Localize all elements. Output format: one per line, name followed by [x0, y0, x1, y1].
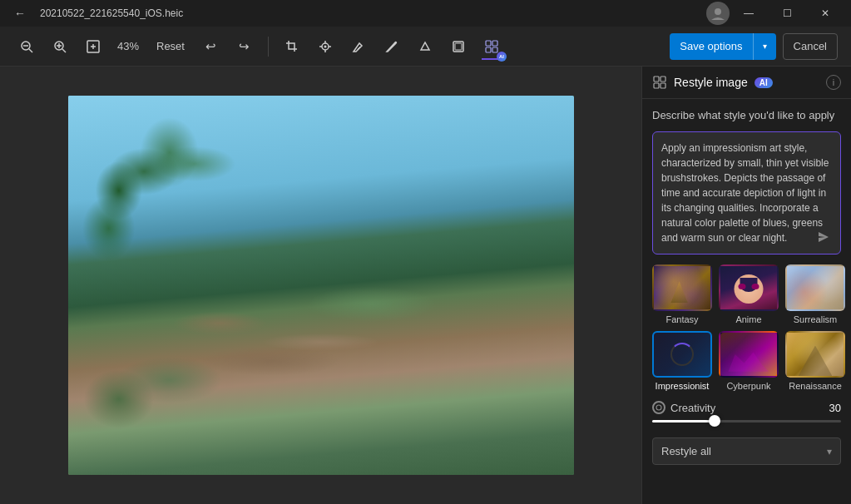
- style-grid: Fantasy Anime: [652, 264, 841, 391]
- svg-line-2: [29, 49, 32, 52]
- save-options-button[interactable]: Save options ▾: [670, 33, 775, 60]
- style-item-surrealism[interactable]: Surrealism: [785, 264, 845, 324]
- style-item-impressionist[interactable]: Impressionist: [652, 331, 712, 391]
- svg-rect-27: [654, 83, 659, 88]
- style-thumbnail-surrealism: [785, 264, 845, 311]
- style-thumbnail-cyberpunk: [719, 331, 779, 378]
- toolbar-left: 43% Reset ↩ ↪: [13, 33, 663, 60]
- style-thumbnail-fantasy: [652, 264, 712, 311]
- close-button[interactable]: ✕: [806, 0, 844, 27]
- style-item-renaissance[interactable]: Renaissance: [785, 331, 845, 391]
- slider-track: [652, 420, 841, 422]
- toolbar: 43% Reset ↩ ↪: [0, 27, 851, 67]
- svg-line-5: [62, 49, 66, 52]
- main-image: [68, 96, 574, 475]
- adjust-button[interactable]: [312, 33, 339, 60]
- creativity-slider[interactable]: [652, 414, 841, 427]
- restyle-all-label: Restyle all: [661, 445, 711, 457]
- minimize-button[interactable]: —: [730, 0, 768, 27]
- info-button[interactable]: i: [826, 75, 841, 90]
- main-content: Restyle image AI i Describe what style y…: [0, 67, 851, 504]
- fit-button[interactable]: [80, 33, 106, 60]
- creativity-icon: [652, 401, 665, 414]
- creativity-value: 30: [829, 402, 841, 414]
- style-item-fantasy[interactable]: Fantasy: [652, 264, 712, 324]
- reset-button[interactable]: Reset: [150, 37, 191, 56]
- zoom-in-button[interactable]: [47, 33, 73, 60]
- titlebar-title: 20210522_221625540_iOS.heic: [40, 7, 183, 19]
- creativity-text: Creativity: [670, 402, 715, 414]
- svg-point-0: [715, 8, 721, 15]
- image-area: [0, 67, 641, 504]
- style-item-cyberpunk[interactable]: Cyberpunk: [719, 331, 779, 391]
- panel-title: Restyle image: [674, 76, 748, 89]
- style-thumbnail-renaissance: [785, 331, 845, 378]
- svg-rect-20: [455, 43, 462, 50]
- svg-rect-23: [486, 47, 491, 52]
- loading-ring: [670, 343, 694, 366]
- style-label-renaissance: Renaissance: [789, 381, 842, 391]
- text-input-content: Apply an impressionism art style, charac…: [661, 141, 832, 245]
- svg-rect-21: [486, 41, 491, 46]
- restyle-image-icon: [652, 75, 667, 90]
- panel-header: Restyle image AI i: [642, 67, 851, 99]
- zoom-label: 43%: [113, 40, 143, 52]
- svg-rect-24: [492, 47, 497, 52]
- svg-point-12: [324, 45, 326, 47]
- style-thumbnail-anime: [719, 264, 779, 311]
- cancel-button[interactable]: Cancel: [783, 33, 838, 60]
- zoom-out-button[interactable]: [13, 33, 40, 60]
- svg-rect-26: [661, 77, 665, 82]
- save-options-arrow[interactable]: ▾: [753, 33, 776, 60]
- ai-sub-badge: AI: [497, 52, 507, 62]
- draw-button[interactable]: [378, 33, 405, 60]
- right-panel: Restyle image AI i Describe what style y…: [641, 67, 851, 504]
- svg-rect-28: [661, 83, 665, 88]
- style-label-anime: Anime: [735, 314, 761, 324]
- chevron-down-icon: ▾: [827, 446, 832, 457]
- style-label-surrealism: Surrealism: [794, 314, 838, 324]
- style-label-cyberpunk: Cyberpunk: [726, 381, 770, 391]
- slider-fill: [652, 420, 715, 422]
- titlebar-controls: — ☐ ✕: [706, 0, 844, 27]
- separator-1: [268, 37, 269, 57]
- retouch-button[interactable]: [345, 33, 372, 60]
- frames-button[interactable]: [445, 33, 472, 60]
- panel-ai-badge: AI: [755, 77, 773, 88]
- undo-button[interactable]: ↩: [198, 33, 225, 60]
- avatar: [706, 2, 730, 25]
- titlebar-left: ← 20210522_221625540_iOS.heic: [7, 0, 183, 27]
- creativity-row: Creativity 30: [652, 401, 841, 414]
- svg-rect-25: [654, 77, 659, 82]
- panel-header-left: Restyle image AI: [652, 75, 773, 90]
- slider-thumb[interactable]: [709, 415, 720, 427]
- style-thumbnail-impressionist: [652, 331, 712, 378]
- style-label-impressionist: Impressionist: [656, 381, 710, 391]
- send-button[interactable]: [814, 227, 834, 247]
- style-item-anime[interactable]: Anime: [719, 264, 779, 324]
- svg-marker-18: [421, 42, 429, 50]
- svg-point-29: [656, 405, 661, 410]
- creativity-section: Creativity 30: [652, 401, 841, 427]
- redo-button[interactable]: ↪: [231, 33, 258, 60]
- restore-button[interactable]: ☐: [768, 0, 806, 27]
- style-label-fantasy: Fantasy: [665, 314, 698, 324]
- erase-button[interactable]: [412, 33, 438, 60]
- painting-layer: [68, 96, 574, 475]
- titlebar: ← 20210522_221625540_iOS.heic — ☐ ✕: [0, 0, 851, 27]
- describe-label: Describe what style you'd like to apply: [652, 109, 841, 121]
- toolbar-right: Save options ▾ Cancel: [670, 33, 838, 60]
- svg-rect-22: [492, 41, 497, 46]
- text-input-area[interactable]: Apply an impressionism art style, charac…: [652, 131, 841, 254]
- save-options-main[interactable]: Save options: [670, 33, 752, 60]
- restyle-all-dropdown[interactable]: Restyle all ▾: [652, 437, 841, 465]
- panel-body: Describe what style you'd like to apply …: [642, 99, 851, 475]
- crop-button[interactable]: [279, 33, 305, 60]
- back-button[interactable]: ←: [7, 0, 33, 27]
- creativity-label: Creativity: [652, 401, 715, 414]
- ai-restyle-container: AI: [478, 33, 505, 60]
